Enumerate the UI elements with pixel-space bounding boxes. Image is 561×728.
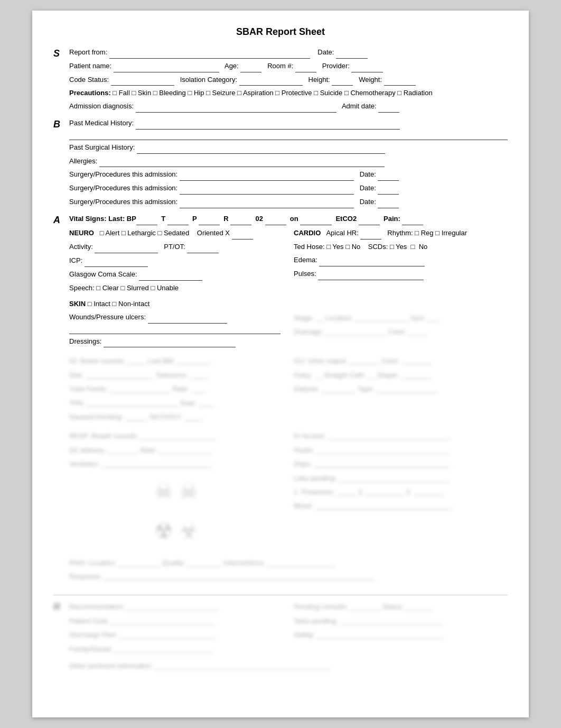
blurred-right-1: GU: Urine output: ________ Color: ______… [294, 355, 508, 425]
allergies-field[interactable] [99, 156, 385, 168]
dressings-field[interactable] [104, 336, 236, 348]
wounds-label: Wounds/Pressure ulcers: [69, 313, 146, 321]
o2-field[interactable] [265, 214, 286, 225]
apical-hr-field[interactable] [360, 227, 381, 239]
r-left: Recommendation: ________________________… [69, 601, 283, 657]
report-from-field[interactable] [109, 47, 310, 59]
skin-left: Wounds/Pressure ulcers: Dressings: [69, 312, 283, 350]
r-line-4: Family/Social: _________________________… [69, 643, 283, 655]
code-status-line: Code Status: Isolation Category: Height:… [69, 75, 508, 86]
p-field[interactable] [199, 214, 220, 225]
neuro-label-line: NEURO □ Alert □ Lethargic □ Sedated Orie… [69, 227, 283, 239]
patient-name-label: Patient name: [69, 62, 111, 70]
blurred-pain-2: Response: ______________________________… [69, 570, 508, 583]
admission-dx-field[interactable] [136, 101, 336, 113]
oriented-field[interactable] [232, 227, 253, 239]
age-label: Age: [225, 62, 239, 70]
glasgow-field[interactable] [139, 269, 202, 281]
r-line-2: Patient Goal: __________________________… [69, 615, 283, 627]
admit-date-field[interactable] [378, 101, 399, 113]
blurred-line-18: 1. Potassium: _____ 2. __________ 3. ___… [294, 486, 508, 498]
glasgow-label: Glasgow Coma Scale: [69, 270, 137, 278]
cardio-label: CARDIO [294, 229, 321, 237]
surgery1-date-field[interactable] [378, 169, 399, 181]
surgery2-field[interactable] [180, 183, 354, 195]
skin-right: Stage: __ Location: ______________ Size:… [294, 312, 508, 350]
r-field[interactable] [230, 214, 251, 225]
r-line-3: Discharge Plan: ________________________… [69, 629, 283, 641]
edema-field[interactable] [319, 254, 425, 266]
age-field[interactable] [240, 61, 261, 72]
blurred-line-12: ☠ ☠ [69, 472, 283, 510]
room-label: Room #: [267, 62, 293, 70]
blurred-left-2: RESP: Breath sounds: ___________________… [69, 430, 283, 551]
t-field[interactable] [167, 214, 189, 225]
code-status-field[interactable] [111, 75, 174, 86]
bp-field[interactable] [136, 214, 157, 225]
etco2-field[interactable] [359, 214, 380, 225]
provider-field[interactable] [351, 61, 383, 72]
activity-label: Activity: [69, 243, 93, 251]
skin-two-col: Wounds/Pressure ulcers: Dressings: Stage… [69, 312, 508, 350]
skin-label-line: SKIN □ Intact □ Non-intact [69, 299, 508, 310]
blurred-line-1: GI: Bowel sounds: _____ Last BM: _______… [69, 355, 283, 367]
surgery2-line: Surgery/Procedures this admission: Date: [69, 183, 508, 195]
ptot-field[interactable] [187, 241, 219, 253]
blurred-line-4: TPN: ________________________ Rate: ____ [69, 397, 283, 409]
allergies-line: Allergies: [69, 156, 508, 168]
surgery1-field[interactable] [180, 169, 354, 181]
blurred-line-11: Ventilator: ____________________________… [69, 458, 283, 470]
blurred-line-6: GU: Urine output: ________ Color: ______… [294, 355, 508, 367]
surgery3-field[interactable] [180, 197, 354, 208]
r-line-5: Pending consults: ________ Status: _____… [294, 601, 508, 613]
isolation-field[interactable] [239, 75, 303, 86]
height-label: Height: [308, 76, 330, 84]
pulses-field[interactable] [318, 268, 424, 280]
surgery2-label: Surgery/Procedures this admission: [69, 184, 177, 192]
blurred-right-2: IV Access: _____________________________… [294, 430, 508, 551]
past-surgical-field[interactable] [137, 142, 385, 154]
section-a-letter: A [53, 214, 69, 585]
surgery3-date-label: Date: [360, 198, 376, 206]
blurred-line-17: Labs pending: __________________________… [294, 472, 508, 484]
activity-field[interactable] [95, 241, 158, 253]
past-medical-line2 [69, 132, 508, 140]
weight-field[interactable] [384, 75, 416, 86]
page-title: SBAR Report Sheet [53, 26, 508, 38]
past-medical-field[interactable] [136, 118, 400, 130]
icp-line: ICP: [69, 255, 283, 267]
blurred-line-3: Tube Feeds: ________________ Rate: ____ [69, 383, 283, 395]
r-two-col: Recommendation: ________________________… [69, 601, 508, 657]
pain-field[interactable] [402, 214, 423, 225]
past-medical-label: Past Medical History: [69, 119, 134, 127]
edema-line: Edema: [294, 254, 508, 266]
blurred-line-8: Dialysis: _________ Type: ______________… [294, 383, 508, 395]
precautions-label: Precautions: [69, 89, 111, 97]
patient-name-line: Patient name: Age: Room #: Provider: [69, 61, 508, 72]
section-r-content: Recommendation: ________________________… [69, 601, 508, 674]
section-a: A Vital Signs: Last: BP T P R 02 on EtCO… [53, 214, 508, 585]
date-field[interactable] [336, 47, 368, 59]
weight-label: Weight: [359, 76, 382, 84]
pulses-label: Pulses: [294, 270, 316, 278]
admit-date-label: Admit date: [342, 102, 377, 110]
provider-label: Provider: [322, 62, 350, 70]
surgery3-date-field[interactable] [378, 197, 399, 208]
vital-signs-line: Vital Signs: Last: BP T P R 02 on EtCO2 … [69, 214, 508, 225]
allergies-label: Allergies: [69, 157, 97, 165]
blurred-two-col-2: RESP: Breath sounds: ___________________… [69, 430, 508, 551]
date-label: Date: [317, 48, 334, 56]
icp-field[interactable] [85, 255, 148, 267]
blurred-line-14: IV Access: _____________________________… [294, 430, 508, 442]
blurred-line-16: Drips: _________________________________… [294, 458, 508, 470]
blurred-line-2: Diet: __________________ Tolerance: ____… [69, 369, 283, 381]
wounds-field[interactable] [148, 312, 227, 324]
section-s-content: Report from: Date: Patient name: Age: Ro… [69, 47, 508, 115]
patient-name-field[interactable] [114, 61, 219, 72]
on-field[interactable] [300, 214, 332, 225]
surgery2-date-field[interactable] [378, 183, 399, 195]
room-field[interactable] [295, 61, 316, 72]
section-b-letter: B [53, 118, 69, 210]
section-s: S Report from: Date: Patient name: Age: … [53, 47, 508, 115]
height-field[interactable] [332, 75, 353, 86]
